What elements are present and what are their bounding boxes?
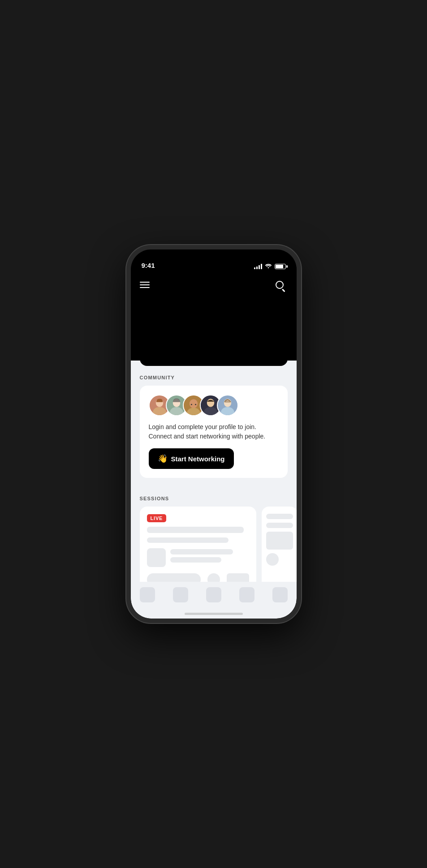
nav-item-profile[interactable] xyxy=(272,587,288,602)
svg-point-9 xyxy=(191,404,192,405)
status-time: 9:41 xyxy=(142,262,155,270)
svg-rect-17 xyxy=(224,401,231,403)
menu-button[interactable] xyxy=(140,282,150,288)
avatars-row xyxy=(149,395,279,416)
volume-up-button xyxy=(126,317,127,341)
session-title-skeleton xyxy=(147,527,244,533)
session-card[interactable]: LIVE xyxy=(140,507,256,592)
sessions-icon xyxy=(173,587,188,602)
nav-item-sessions[interactable] xyxy=(173,587,188,602)
dynamic-island xyxy=(187,255,241,270)
header-bar xyxy=(131,274,297,296)
nav-item-home[interactable] xyxy=(140,587,155,602)
schedule-icon xyxy=(239,587,254,602)
signal-icon xyxy=(254,264,262,269)
sessions-scroll[interactable]: LIVE xyxy=(131,507,297,592)
silent-switch xyxy=(126,294,127,310)
community-description: Login and complete your profile to join.… xyxy=(149,422,279,441)
scroll-content[interactable]: COMMUNITY xyxy=(131,339,297,592)
community-icon xyxy=(206,587,221,602)
speaker-text-skeleton xyxy=(170,549,249,566)
phone-frame: 9:41 xyxy=(126,245,301,623)
profile-icon xyxy=(272,587,288,602)
session-speaker-row xyxy=(147,548,249,567)
wifi-icon xyxy=(265,263,272,270)
svg-point-10 xyxy=(195,404,196,405)
start-networking-button[interactable]: 👋 Start Networking xyxy=(149,448,234,469)
live-badge: LIVE xyxy=(147,514,167,522)
nav-item-community[interactable] xyxy=(206,587,221,602)
community-card: Login and complete your profile to join.… xyxy=(140,386,288,478)
power-button xyxy=(300,303,301,335)
avatar-person-5 xyxy=(217,395,238,416)
nav-item-schedule[interactable] xyxy=(239,587,254,602)
volume-down-button xyxy=(126,348,127,373)
svg-point-7 xyxy=(189,399,197,408)
speaker-avatar-skeleton xyxy=(147,548,166,567)
home-icon xyxy=(140,587,155,602)
battery-icon xyxy=(275,264,286,269)
status-icons xyxy=(254,263,286,270)
screen: 9:41 xyxy=(131,249,297,619)
networking-label: Start Networking xyxy=(171,455,225,463)
search-button[interactable] xyxy=(272,277,288,293)
session-subtitle-skeleton xyxy=(147,537,229,543)
community-section-header: COMMUNITY xyxy=(131,366,297,386)
sessions-section-header: SESSIONS xyxy=(131,487,297,507)
search-icon xyxy=(276,281,284,289)
session-card-partial xyxy=(262,507,297,592)
networking-emoji: 👋 xyxy=(158,454,168,464)
home-indicator xyxy=(185,613,243,615)
